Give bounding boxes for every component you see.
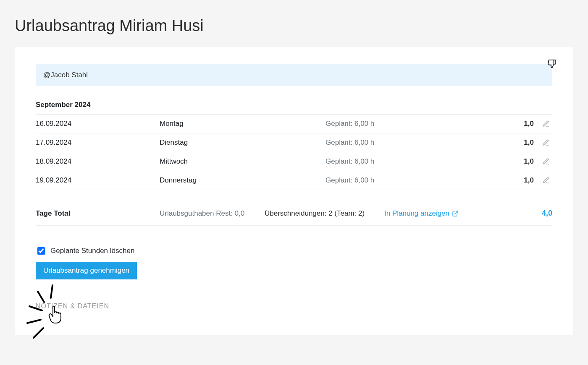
reject-button[interactable]: [547, 59, 556, 68]
row-planned: Geplant: 6,00 h: [326, 176, 494, 185]
row-amount: 1,0: [494, 138, 542, 147]
row-amount: 1,0: [494, 176, 542, 185]
edit-row-button[interactable]: [542, 120, 552, 128]
table-row: 19.09.2024DonnerstagGeplant: 6,00 h1,0: [36, 171, 552, 190]
row-date: 18.09.2024: [36, 157, 160, 166]
pencil-icon: [542, 177, 550, 184]
show-in-planning-link[interactable]: In Planung anzeigen: [384, 209, 489, 218]
edit-row-button[interactable]: [542, 139, 552, 146]
pencil-icon: [542, 158, 550, 165]
svg-line-0: [455, 211, 458, 214]
vacation-request-card: @Jacob Stahl September 2024 16.09.2024Mo…: [15, 47, 573, 335]
edit-row-button[interactable]: [542, 158, 552, 165]
row-planned: Geplant: 6,00 h: [326, 157, 494, 166]
row-day: Montag: [160, 120, 326, 128]
edit-row-button[interactable]: [542, 177, 552, 184]
delete-planned-hours-checkbox[interactable]: [37, 247, 45, 255]
row-day: Mittwoch: [160, 157, 326, 166]
svg-line-1: [51, 285, 52, 298]
table-row: 16.09.2024MontagGeplant: 6,00 h1,0: [36, 115, 552, 133]
mention-bar[interactable]: @Jacob Stahl: [36, 64, 552, 86]
summary-rest: Urlaubsguthaben Rest: 0,0: [160, 209, 265, 218]
month-header: September 2024: [36, 96, 552, 115]
external-link-icon: [452, 210, 459, 217]
approve-button[interactable]: Urlaubsantrag genehmigen: [36, 262, 137, 279]
delete-planned-hours-row[interactable]: Geplante Stunden löschen: [36, 246, 552, 256]
pencil-icon: [542, 120, 550, 128]
table-row: 18.09.2024MittwochGeplant: 6,00 h1,0: [36, 152, 552, 171]
delete-planned-hours-label: Geplante Stunden löschen: [50, 247, 134, 255]
thumbs-down-icon: [547, 59, 556, 68]
svg-line-2: [38, 292, 44, 302]
row-day: Donnerstag: [160, 176, 326, 185]
row-day: Dienstag: [160, 138, 326, 147]
row-date: 16.09.2024: [36, 120, 160, 128]
summary-row: Tage Total Urlaubsguthaben Rest: 0,0 Übe…: [36, 190, 552, 226]
pencil-icon: [542, 139, 550, 146]
row-amount: 1,0: [494, 120, 542, 128]
summary-total: 4,0: [489, 209, 552, 218]
summary-label: Tage Total: [36, 209, 160, 218]
row-amount: 1,0: [494, 157, 542, 166]
row-date: 19.09.2024: [36, 176, 160, 185]
row-planned: Geplant: 6,00 h: [326, 138, 494, 147]
row-planned: Geplant: 6,00 h: [326, 120, 494, 128]
show-in-planning-label: In Planung anzeigen: [384, 209, 449, 218]
emphasis-marks-decoration: [23, 281, 82, 340]
notes-files-heading: NOTIZEN & DATEIEN: [36, 302, 552, 310]
svg-line-5: [34, 328, 43, 338]
summary-overlaps: Überschneidungen: 2 (Team: 2): [265, 209, 384, 218]
table-row: 17.09.2024DienstagGeplant: 6,00 h1,0: [36, 133, 552, 152]
page-title: Urlaubsantrag Miriam Husi: [15, 17, 573, 35]
row-date: 17.09.2024: [36, 138, 160, 147]
svg-line-4: [27, 320, 41, 323]
